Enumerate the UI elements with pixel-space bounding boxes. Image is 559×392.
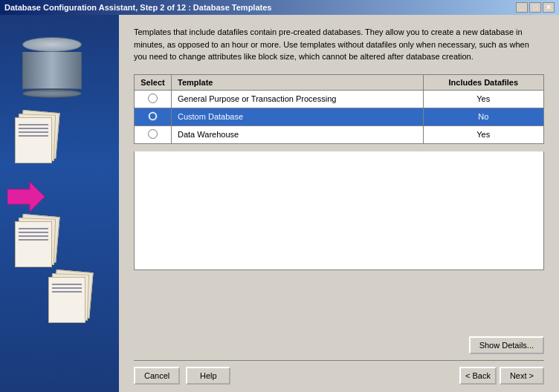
description-text: Templates that include datafiles contain… bbox=[134, 26, 544, 63]
back-button[interactable]: < Back bbox=[459, 367, 497, 385]
radio-general[interactable] bbox=[148, 94, 158, 103]
right-content-panel: Templates that include datafiles contain… bbox=[119, 15, 559, 392]
title-bar-buttons[interactable]: _ □ ✕ bbox=[516, 2, 555, 13]
header-template: Template bbox=[172, 74, 424, 90]
arrow-icon bbox=[7, 182, 45, 214]
window-title: Database Configuration Assistant, Step 2… bbox=[4, 3, 271, 12]
maximize-button[interactable]: □ bbox=[529, 2, 541, 13]
header-select: Select bbox=[135, 74, 172, 90]
next-button[interactable]: Next > bbox=[500, 367, 544, 385]
templates-table: Select Template Includes Datafiles Gener… bbox=[134, 74, 544, 144]
window-body: Templates that include datafiles contain… bbox=[0, 15, 559, 392]
svg-marker-0 bbox=[7, 182, 45, 212]
show-details-area: Show Details... bbox=[134, 336, 544, 354]
template-name-general: General Purpose or Transaction Processin… bbox=[172, 90, 424, 108]
radio-cell-custom[interactable] bbox=[135, 108, 172, 125]
document-stack-1 bbox=[15, 111, 56, 163]
navigation-buttons: < Back Next > bbox=[459, 367, 544, 385]
bottom-navigation-bar: Cancel Help < Back Next > bbox=[134, 360, 544, 385]
show-details-button[interactable]: Show Details... bbox=[469, 336, 544, 354]
minimize-button[interactable]: _ bbox=[516, 2, 528, 13]
table-header-row: Select Template Includes Datafiles bbox=[135, 74, 544, 90]
header-includes-datafiles: Includes Datafiles bbox=[423, 74, 543, 90]
radio-custom[interactable] bbox=[148, 111, 158, 121]
left-action-buttons: Cancel Help bbox=[134, 367, 230, 385]
table-row[interactable]: Custom Database No bbox=[135, 108, 544, 125]
left-illustration-panel bbox=[0, 15, 119, 392]
close-button[interactable]: ✕ bbox=[543, 2, 555, 13]
table-row[interactable]: General Purpose or Transaction Processin… bbox=[135, 90, 544, 108]
radio-warehouse[interactable] bbox=[148, 129, 158, 139]
radio-cell-general[interactable] bbox=[135, 90, 172, 108]
empty-table-space bbox=[134, 151, 544, 270]
help-button[interactable]: Help bbox=[186, 367, 230, 385]
title-bar: Database Configuration Assistant, Step 2… bbox=[0, 0, 559, 15]
document-stack-2 bbox=[15, 215, 56, 267]
datafiles-general: Yes bbox=[423, 90, 543, 108]
datafiles-warehouse: Yes bbox=[423, 125, 543, 143]
database-cylinder-icon bbox=[22, 37, 82, 89]
radio-cell-warehouse[interactable] bbox=[135, 125, 172, 143]
datafiles-custom: No bbox=[423, 108, 543, 125]
cancel-button[interactable]: Cancel bbox=[134, 367, 180, 385]
table-row[interactable]: Data Warehouse Yes bbox=[135, 125, 544, 143]
template-name-warehouse: Data Warehouse bbox=[172, 125, 424, 143]
document-stack-3 bbox=[48, 271, 89, 323]
template-name-custom: Custom Database bbox=[172, 108, 424, 125]
